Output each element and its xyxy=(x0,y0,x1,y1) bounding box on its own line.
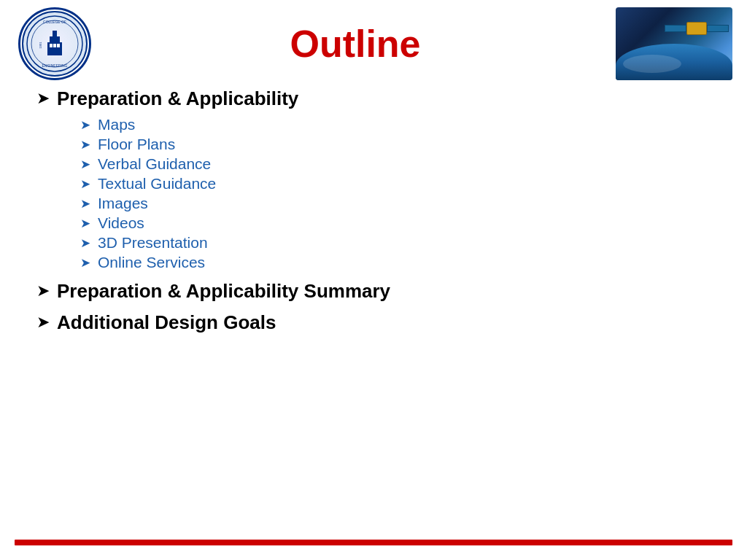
main-label-preparation: Preparation & Applicability xyxy=(57,88,298,110)
satellite-image xyxy=(616,7,732,80)
college-logo: COLLEGE OF ENGINEERING 1991 xyxy=(18,7,91,80)
slide-title: Outline xyxy=(95,22,616,66)
svg-rect-7 xyxy=(53,44,56,47)
main-item-design-goals: ➤ Additional Design Goals xyxy=(36,311,711,334)
list-item: ➤ Videos xyxy=(80,214,711,232)
main-label-design-goals: Additional Design Goals xyxy=(57,311,276,334)
sub-arrow-online-services: ➤ xyxy=(80,255,90,271)
header: COLLEGE OF ENGINEERING 1991 Outline xyxy=(0,0,747,80)
svg-rect-5 xyxy=(50,44,53,47)
main-label-summary: Preparation & Applicability Summary xyxy=(57,280,390,303)
sub-arrow-verbal-guidance: ➤ xyxy=(80,157,90,172)
bottom-line xyxy=(15,540,732,545)
logo-svg: COLLEGE OF ENGINEERING 1991 xyxy=(26,15,84,73)
sub-arrow-3d-presentation: ➤ xyxy=(80,236,90,251)
main-item-summary: ➤ Preparation & Applicability Summary xyxy=(36,280,711,303)
sub-label-images: Images xyxy=(98,195,148,212)
svg-text:COLLEGE OF: COLLEGE OF xyxy=(43,20,66,24)
sub-label-online-services: Online Services xyxy=(98,254,205,271)
sub-label-verbal-guidance: Verbal Guidance xyxy=(98,155,211,173)
slide: COLLEGE OF ENGINEERING 1991 Outline xyxy=(0,0,747,560)
list-item: ➤ Online Services xyxy=(80,254,711,271)
list-item: ➤ Floor Plans xyxy=(80,136,711,153)
svg-text:1991: 1991 xyxy=(39,42,42,49)
sub-label-floor-plans: Floor Plans xyxy=(98,136,175,153)
satellite-body xyxy=(686,22,707,35)
logo-inner: COLLEGE OF ENGINEERING 1991 xyxy=(22,11,88,77)
sub-arrow-images: ➤ xyxy=(80,196,90,211)
sub-label-maps: Maps xyxy=(98,116,135,133)
list-item: ➤ 3D Presentation xyxy=(80,234,711,252)
sub-label-textual-guidance: Textual Guidance xyxy=(98,175,216,192)
solar-panel-left xyxy=(665,25,686,32)
main-arrow-design-goals: ➤ xyxy=(36,313,50,332)
list-item: ➤ Images xyxy=(80,195,711,212)
list-item: ➤ Textual Guidance xyxy=(80,175,711,192)
sub-label-3d-presentation: 3D Presentation xyxy=(98,234,208,252)
list-item: ➤ Maps xyxy=(80,116,711,133)
earth-highlight xyxy=(623,55,681,73)
sub-list-preparation: ➤ Maps ➤ Floor Plans ➤ Verbal Guidance ➤… xyxy=(80,116,711,271)
content-area: ➤ Preparation & Applicability ➤ Maps ➤ F… xyxy=(0,80,747,347)
svg-text:ENGINEERING: ENGINEERING xyxy=(42,63,67,68)
solar-panel-right xyxy=(707,25,729,32)
main-item-preparation: ➤ Preparation & Applicability xyxy=(36,88,711,110)
sub-arrow-maps: ➤ xyxy=(80,117,90,133)
svg-rect-6 xyxy=(57,44,60,47)
satellite-area xyxy=(616,7,732,80)
list-item: ➤ Verbal Guidance xyxy=(80,155,711,173)
svg-rect-4 xyxy=(53,31,57,38)
title-area: Outline xyxy=(95,22,616,66)
sub-arrow-textual-guidance: ➤ xyxy=(80,176,90,192)
sub-arrow-floor-plans: ➤ xyxy=(80,137,90,152)
sub-label-videos: Videos xyxy=(98,214,144,232)
main-arrow-preparation: ➤ xyxy=(36,89,50,108)
sub-arrow-videos: ➤ xyxy=(80,216,90,231)
main-arrow-summary: ➤ xyxy=(36,281,50,300)
logo-area: COLLEGE OF ENGINEERING 1991 xyxy=(15,7,95,80)
